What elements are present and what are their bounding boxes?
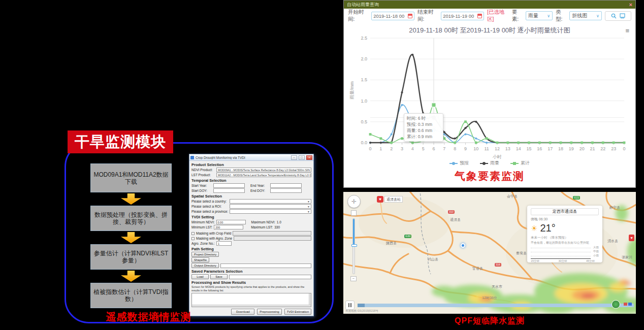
qpf-map-panel[interactable]: 会宁县 静宁县 通渭县 陇西县 武山县 甘谷县 天水市 秦安县 张家川 清水县 … <box>343 192 636 314</box>
map-label: 秦安县 <box>516 251 527 256</box>
output-directory-input[interactable] <box>220 263 311 268</box>
end-year-input[interactable] <box>270 183 302 188</box>
pause-button[interactable] <box>345 301 355 310</box>
slide-canvas: 干旱监测模块 MOD09A1和MOD11A2数据下载 数据预处理（投影变换、拼接… <box>0 0 644 330</box>
shapefile-button[interactable]: Shapefile <box>191 257 209 262</box>
load-button[interactable]: Load <box>191 274 209 279</box>
min-ndvi-label: Minimum NDVI: <box>191 220 215 224</box>
mask-crop-input[interactable] <box>233 231 311 236</box>
min-ndvi-input[interactable]: 0.00 <box>216 220 246 224</box>
horizontal-scrollbar[interactable] <box>192 305 311 307</box>
rain-window-title: 自动站雨量查询 <box>347 2 379 8</box>
tooltip-rain: 雨量: 0.6 mm <box>407 127 440 134</box>
mask-agro-input[interactable] <box>234 236 311 241</box>
station-marker[interactable]: ♥ 通渭县站 <box>377 196 403 203</box>
rain-level-label: 小雨 <box>593 254 599 257</box>
legend-item-rain[interactable]: 雨量 <box>480 160 499 167</box>
preprocessing-button[interactable]: Preprocessing <box>257 309 281 315</box>
svg-text:18: 18 <box>558 146 563 151</box>
placemark-icon[interactable]: ♥ <box>629 235 634 241</box>
roi-select[interactable]: ▼ <box>230 204 311 209</box>
agro-no-input[interactable]: 1 <box>216 241 232 246</box>
tvdi-body: Product Selection NDVI Product: MOD09A1 … <box>189 161 313 316</box>
start-time-input[interactable]: 2019-11-18 00 <box>371 12 414 20</box>
ndvi-product-label: NDVI Product: <box>191 168 215 172</box>
end-doy-label: End DOY: <box>250 189 269 192</box>
country-select[interactable]: ▼ <box>230 199 311 204</box>
max-ndvi-value: 1.0 <box>277 220 281 224</box>
tvdi-app-window: Crop Drought Monitoring via TVDI – □ × P… <box>189 154 314 316</box>
calendar-icon[interactable] <box>477 14 482 18</box>
start-time-label: 开始时间: <box>348 9 368 23</box>
road-shield: 316 <box>495 263 501 267</box>
mask-agro-label: Masking with Agro. Zone <box>196 237 232 240</box>
map-label: 陇西县 <box>386 241 397 246</box>
mini-flag-icon <box>628 303 632 306</box>
green-badge-icon <box>611 300 620 309</box>
map-label: 武山县 <box>428 257 438 262</box>
legend-item-forecast[interactable]: 预报 <box>449 160 469 167</box>
end-time-input[interactable]: 2019-11-19 00 <box>441 12 484 20</box>
saved-params-input[interactable] <box>229 275 311 279</box>
svg-text:13: 13 <box>505 146 510 151</box>
element-select[interactable]: 雨量∨ <box>526 11 553 20</box>
calendar-icon[interactable] <box>408 14 412 18</box>
mask-agro-checkbox[interactable] <box>191 237 195 240</box>
close-button[interactable]: × <box>306 155 312 160</box>
type-select[interactable]: 折线图∨ <box>569 11 602 20</box>
zoom-out-button[interactable]: − <box>350 276 357 281</box>
svg-text:19: 19 <box>569 146 574 151</box>
min-lst-input[interactable]: 200 <box>214 225 243 229</box>
map-mode-button[interactable] <box>351 210 357 216</box>
start-time-value: 2019-11-18 00 <box>373 13 406 19</box>
end-time-value: 2019-11-19 00 <box>443 13 476 19</box>
minimize-button[interactable]: – <box>291 155 297 160</box>
selected-region-link[interactable]: [已选地区] <box>487 9 509 23</box>
end-year-label: End Year: <box>250 184 269 187</box>
qpf-section-caption: QPF短临降水监测 <box>343 316 636 326</box>
rain-titlebar[interactable]: 自动站雨量查询 × <box>344 1 635 9</box>
save-button[interactable]: Save <box>210 274 228 279</box>
download-button[interactable]: Download <box>231 309 254 315</box>
province-select[interactable]: ▼ <box>230 209 311 214</box>
processing-description: Screen for MODIS products by specifying … <box>191 285 311 292</box>
playback-progress-bar[interactable] <box>358 304 634 307</box>
lst-product-select[interactable]: MOD11A2 - MODIS/Terra Land Surface Tempe… <box>216 173 311 177</box>
element-label: 要素: <box>512 9 523 23</box>
legend-item-accum[interactable]: 累计 <box>510 160 530 167</box>
tvdi-titlebar[interactable]: Crop Drought Monitoring via TVDI – □ × <box>189 154 313 161</box>
svg-text:8: 8 <box>454 146 456 151</box>
flow-step-download: MOD09A1和MOD11A2数据下载 <box>90 163 172 192</box>
svg-text:小时: 小时 <box>492 154 502 159</box>
mask-crop-checkbox[interactable] <box>191 232 195 235</box>
max-lst-value: 330 <box>274 225 280 229</box>
zoom-thumb[interactable] <box>351 244 357 247</box>
query-button[interactable] <box>605 11 631 21</box>
tvdi-estimation-button[interactable]: TVDI Estimation <box>284 309 311 315</box>
end-doy-input[interactable] <box>270 188 302 193</box>
ndvi-product-select[interactable]: MOD09A1 - MODIS/Terra Surface Reflectanc… <box>216 168 311 172</box>
legend-line-dot-icon <box>480 161 488 166</box>
tooltip-accum: 累计: 0.9 mm <box>407 134 440 140</box>
maximize-button[interactable]: □ <box>299 155 305 160</box>
output-directory-button[interactable]: Output Directory <box>191 263 219 268</box>
tvdi-window-title: Crop Drought Monitoring via TVDI <box>196 156 289 159</box>
svg-text:21: 21 <box>590 146 595 151</box>
section-tvdi-setting: TVDI Setting <box>191 215 311 219</box>
start-year-label: Start Year: <box>191 184 212 187</box>
svg-text:15: 15 <box>526 146 531 151</box>
search-icon <box>611 13 617 19</box>
station-label: 通渭县站 <box>384 196 403 203</box>
start-year-input[interactable] <box>213 183 245 188</box>
project-directory-button[interactable]: Project Directory <box>191 252 219 257</box>
map-compass-control[interactable]: ✛ <box>347 195 361 208</box>
svg-text:22: 22 <box>600 146 605 151</box>
forecast-note: （降水预报） <box>548 236 568 239</box>
svg-text:雨量/mm: 雨量/mm <box>349 81 355 100</box>
start-doy-input[interactable] <box>213 188 245 193</box>
weather-card-title[interactable]: 定西市通渭县 <box>531 208 599 215</box>
zoom-slider[interactable] <box>352 218 355 274</box>
close-icon[interactable]: × <box>629 2 632 8</box>
results-listbox[interactable] <box>191 293 311 307</box>
svg-text:0.0: 0.0 <box>361 140 367 145</box>
